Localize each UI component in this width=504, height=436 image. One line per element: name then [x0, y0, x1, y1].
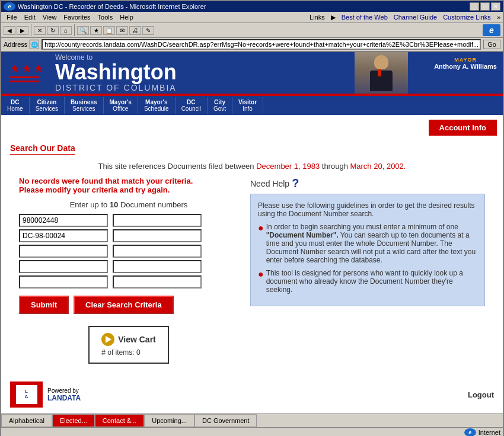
internet-label: Internet: [479, 429, 500, 436]
header-stars: ★ ★ ★: [1, 59, 52, 87]
forward-button[interactable]: ▶: [17, 26, 28, 35]
right-panel: Need Help ? Please use the following gui…: [250, 177, 485, 364]
mayor-tie: [378, 69, 381, 76]
stop-button[interactable]: ✕: [34, 26, 46, 35]
items-label: # of items:: [101, 348, 134, 357]
nav-mayors-office[interactable]: Mayor'sOffice: [104, 97, 138, 114]
red-line: [10, 76, 40, 78]
doc-input-6[interactable]: [113, 245, 202, 258]
page-content: ★ ★ ★ Welcome to Washington DISTRICT OF …: [1, 52, 503, 427]
clear-search-button[interactable]: Clear Search Criteria: [74, 296, 174, 314]
main-content: No records were found that match your cr…: [10, 177, 494, 364]
red-line2: [10, 81, 40, 82]
status-right: e Internet: [464, 428, 500, 436]
company-name: LANDATA: [47, 394, 81, 402]
address-bar: Address 🌐 Go: [1, 38, 503, 52]
more-icon[interactable]: »: [497, 14, 500, 21]
nav-city-govt[interactable]: CityGovt: [208, 97, 232, 114]
mail-button[interactable]: ✉: [116, 26, 128, 35]
left-panel: No records were found that match your cr…: [19, 177, 238, 364]
view-cart-button[interactable]: View Cart: [101, 333, 156, 346]
nav-citizen-services[interactable]: CitizenServices: [30, 97, 65, 114]
bottom-nav-alphabetical[interactable]: Alphabetical: [1, 414, 52, 427]
mayor-info: MAYOR Anthony A. Williams: [434, 57, 497, 70]
powered-text: Powered by LANDATA: [47, 387, 81, 402]
play-icon: [101, 333, 114, 346]
doc-input-7[interactable]: [19, 260, 108, 273]
browser-icon: e: [4, 2, 15, 11]
date-prefix: This site references Documents filed bet…: [98, 162, 257, 171]
nav-dc-council[interactable]: DCCouncil: [176, 97, 208, 114]
submit-button[interactable]: Submit: [19, 296, 69, 314]
doc-input-1[interactable]: [19, 214, 108, 227]
doc-input-10[interactable]: [113, 275, 202, 288]
channel-guide-link[interactable]: Channel Guide: [394, 14, 437, 21]
menu-edit[interactable]: Edit: [21, 13, 39, 21]
toolbar-separator2: [74, 24, 75, 36]
nav-mayors-schedule[interactable]: Mayor'sSchedule: [138, 97, 176, 114]
maximize-button[interactable]: □: [480, 2, 490, 11]
home-button[interactable]: ⌂: [60, 26, 72, 35]
footer-area: LA Powered by LANDATA Logout: [1, 376, 503, 413]
header-banner: ★ ★ ★ Welcome to Washington DISTRICT OF …: [1, 52, 503, 94]
print-button[interactable]: 🖨: [129, 26, 141, 35]
links-label: Links: [310, 14, 325, 21]
play-triangle: [106, 336, 111, 343]
menu-tools[interactable]: Tools: [95, 13, 116, 21]
nav-business-services[interactable]: BusinessServices: [65, 97, 103, 114]
account-bar: Account Info: [1, 115, 503, 140]
help-intro: Please use the following guidelines in o…: [258, 201, 477, 218]
title-bar: e Washington DC - Recorder of Deeds - Mi…: [1, 1, 503, 12]
doc-input-8[interactable]: [113, 260, 202, 273]
star-2: ★: [22, 63, 31, 74]
date-through: through: [320, 162, 350, 171]
customize-links[interactable]: Customize Links: [443, 14, 491, 21]
mayor-suit: [370, 70, 393, 91]
favorites-button[interactable]: ★: [90, 26, 102, 35]
doc-input-2[interactable]: [113, 214, 202, 227]
menu-file[interactable]: File: [4, 13, 20, 21]
menu-favorites[interactable]: Favorites: [60, 13, 93, 21]
go-button[interactable]: Go: [483, 40, 500, 49]
doc-input-4[interactable]: [113, 229, 202, 242]
landata-icon: LA: [10, 382, 43, 408]
menu-help[interactable]: Help: [117, 13, 136, 21]
window-controls[interactable]: _ □ ✕: [470, 2, 500, 11]
back-button[interactable]: ◀: [4, 26, 15, 35]
window-title: Washington DC - Recorder of Deeds - Micr…: [18, 3, 206, 10]
refresh-button[interactable]: ↻: [47, 26, 59, 35]
address-label: Address: [4, 41, 27, 48]
doc-input-9[interactable]: [19, 275, 108, 288]
history-button[interactable]: 📋: [103, 26, 115, 35]
bottom-nav-dc-govt[interactable]: DC Government: [194, 414, 257, 427]
star-3: ★: [34, 63, 43, 74]
bottom-nav-upcoming[interactable]: Upcoming...: [144, 414, 194, 427]
help-title: Need Help: [250, 179, 289, 188]
nav-visitor-info[interactable]: VisitorInfo: [232, 97, 263, 114]
best-web-link[interactable]: Best of the Web: [342, 14, 388, 21]
help-bullet-2-text: This tool is designed for persons who wa…: [266, 269, 477, 294]
search-button[interactable]: 🔍: [77, 26, 89, 35]
doc-input-5[interactable]: [19, 245, 108, 258]
error-line1: No records were found that match your cr…: [19, 177, 238, 185]
help-icon: ?: [292, 177, 299, 190]
cart-label: View Cart: [118, 335, 156, 344]
doc-input-3[interactable]: [19, 229, 108, 242]
mayor-photo: [355, 52, 408, 94]
edit-button[interactable]: ✎: [142, 26, 154, 35]
input-row-3: [19, 245, 238, 258]
logout-button[interactable]: Logout: [468, 390, 494, 399]
search-title: Search Our Data: [10, 143, 75, 155]
nav-dc-home[interactable]: DCHome: [1, 97, 30, 114]
doc-input-section: Enter up to 10 Document numbers: [19, 200, 238, 288]
address-input[interactable]: [42, 39, 481, 50]
minimize-button[interactable]: _: [470, 2, 479, 11]
help-box: Please use the following guidelines in o…: [250, 194, 485, 306]
close-button[interactable]: ✕: [491, 2, 500, 11]
bottom-nav-elected[interactable]: Elected...: [52, 414, 95, 427]
menu-view[interactable]: View: [40, 13, 60, 21]
account-info-button[interactable]: Account Info: [429, 120, 497, 136]
toolbar-separator: [31, 24, 31, 36]
bottom-nav-contact[interactable]: Contact &...: [95, 414, 144, 427]
bullet-icon-1: ●: [258, 223, 264, 233]
